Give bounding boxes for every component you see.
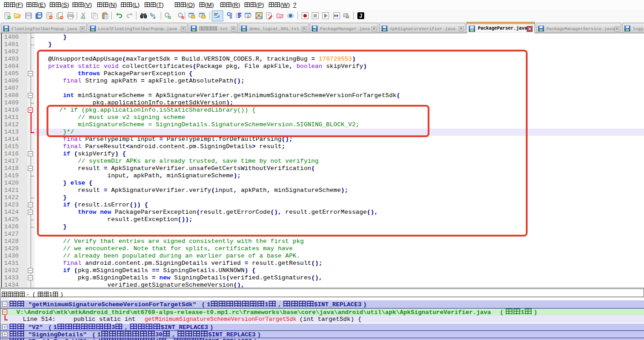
svg-text:J: J: [359, 13, 362, 20]
